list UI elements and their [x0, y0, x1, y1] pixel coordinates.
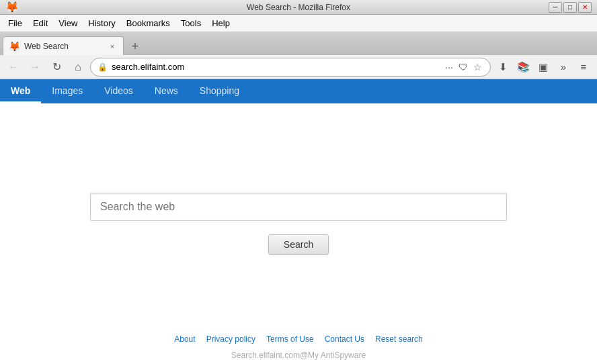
browser-tab[interactable]: 🦊 Web Search ×	[3, 36, 124, 55]
address-bar[interactable]: 🔒 ··· 🛡 ☆	[90, 58, 491, 77]
hamburger-menu-button[interactable]: ≡	[574, 58, 593, 77]
tabbar: 🦊 Web Search × +	[0, 32, 597, 55]
tab-favicon: 🦊	[9, 41, 20, 52]
titlebar-controls: ─ □ ✕	[549, 2, 592, 13]
reset-link[interactable]: Reset search	[375, 334, 423, 344]
more-options-button[interactable]: ···	[444, 60, 454, 74]
navbar: ← → ↻ ⌂ 🔒 ··· 🛡 ☆ ⬇ 📚 ▣ » ≡	[0, 55, 597, 79]
menu-file[interactable]: File	[3, 16, 28, 30]
search-input[interactable]	[90, 193, 507, 221]
firefox-icon: 🦊	[5, 1, 19, 13]
titlebar: 🦊 Web Search - Mozilla Firefox ─ □ ✕	[0, 0, 597, 15]
menu-view[interactable]: View	[53, 16, 83, 30]
watermark: Search.elifaint.com@My AntiSpyware	[231, 351, 366, 360]
menu-bookmarks[interactable]: Bookmarks	[121, 16, 175, 30]
search-tabs-bar: Web Images Videos News Shopping	[0, 79, 597, 103]
about-link[interactable]: About	[174, 334, 195, 344]
address-icons: ··· 🛡 ☆	[444, 60, 483, 74]
menu-history[interactable]: History	[83, 16, 120, 30]
menu-help[interactable]: Help	[206, 16, 235, 30]
more-tools-button[interactable]: »	[554, 58, 573, 77]
reader-mode-button[interactable]: ▣	[534, 58, 553, 77]
maximize-button[interactable]: □	[563, 2, 577, 13]
back-button[interactable]: ←	[4, 58, 23, 77]
search-wrapper: Search	[90, 193, 507, 255]
bookmark-star-button[interactable]: ☆	[472, 60, 483, 74]
url-input[interactable]	[112, 62, 440, 72]
titlebar-left: 🦊	[5, 1, 19, 13]
terms-link[interactable]: Terms of Use	[266, 334, 314, 344]
footer-links: About Privacy policy Terms of Use Contac…	[174, 334, 422, 344]
main-content: Search About Privacy policy Terms of Use…	[0, 103, 597, 364]
tab-title: Web Search	[24, 42, 103, 51]
new-tab-button[interactable]: +	[126, 38, 144, 55]
contact-link[interactable]: Contact Us	[325, 334, 364, 344]
privacy-link[interactable]: Privacy policy	[206, 334, 255, 344]
minimize-button[interactable]: ─	[549, 2, 562, 13]
library-button[interactable]: 📚	[514, 58, 532, 77]
menubar: File Edit View History Bookmarks Tools H…	[0, 15, 597, 32]
close-button[interactable]: ✕	[578, 2, 592, 13]
tab-videos[interactable]: Videos	[93, 79, 144, 103]
search-button[interactable]: Search	[268, 234, 329, 255]
download-button[interactable]: ⬇	[493, 58, 512, 77]
menu-tools[interactable]: Tools	[175, 16, 206, 30]
forward-button[interactable]: →	[26, 58, 44, 77]
tab-images[interactable]: Images	[41, 79, 93, 103]
tab-shopping[interactable]: Shopping	[189, 79, 250, 103]
nav-right-buttons: ⬇ 📚 ▣ » ≡	[493, 58, 593, 77]
menu-edit[interactable]: Edit	[28, 16, 53, 30]
tab-web[interactable]: Web	[0, 79, 41, 103]
tab-close-button[interactable]: ×	[107, 41, 118, 52]
lock-icon: 🔒	[97, 62, 108, 72]
reload-button[interactable]: ↻	[47, 58, 66, 77]
tab-news[interactable]: News	[144, 79, 189, 103]
titlebar-title: Web Search - Mozilla Firefox	[247, 3, 350, 12]
home-button[interactable]: ⌂	[69, 58, 87, 77]
shield-button[interactable]: 🛡	[457, 60, 469, 74]
